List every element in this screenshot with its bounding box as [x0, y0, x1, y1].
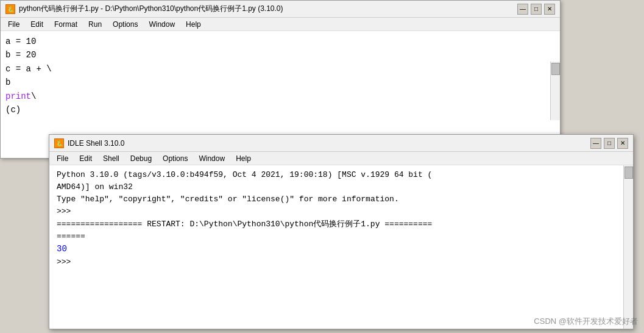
- shell-menu-bar: File Edit Shell Debug Options Window Hel…: [49, 152, 633, 165]
- shell-prompt1-line: >>>: [57, 206, 626, 218]
- shell-title-left: 🐍 IDLE Shell 3.10.0: [54, 138, 124, 148]
- shell-controls: — □ ✕: [590, 138, 628, 149]
- editor-close-button[interactable]: ✕: [544, 4, 555, 15]
- shell-python-info: Python 3.10.0 (tags/v3.10.0:b494f59, Oct…: [57, 169, 626, 181]
- code-line-4: b: [5, 76, 555, 89]
- type-help-text: Type "help", "copyright", "credits" or "…: [57, 193, 399, 206]
- editor-menu-edit[interactable]: Edit: [26, 19, 48, 30]
- code-line-1: a = 10: [5, 35, 555, 48]
- shell-content[interactable]: Python 3.10.0 (tags/v3.10.0:b494f59, Oct…: [49, 165, 633, 329]
- shell-menu-debug[interactable]: Debug: [126, 153, 157, 164]
- editor-title-bar: 🐍 python代码换行例子1.py - D:\Python\Python310…: [1, 1, 560, 18]
- editor-code-area[interactable]: a = 10 b = 20 c = a + \ b print\ (c): [1, 31, 560, 120]
- editor-menu-run[interactable]: Run: [83, 19, 107, 30]
- editor-menu-format[interactable]: Format: [49, 19, 82, 30]
- editor-menu-help[interactable]: Help: [181, 19, 206, 30]
- shell-close-button[interactable]: ✕: [617, 138, 628, 149]
- code-line-2: b = 20: [5, 48, 555, 62]
- editor-maximize-button[interactable]: □: [531, 4, 542, 15]
- shell-title-icon: 🐍: [54, 138, 64, 148]
- editor-menu-options[interactable]: Options: [108, 19, 143, 30]
- shell-menu-file[interactable]: File: [52, 153, 73, 164]
- shell-maximize-button[interactable]: □: [604, 138, 615, 149]
- editor-scrollbar-thumb[interactable]: [551, 63, 560, 75]
- editor-menu-file[interactable]: File: [3, 19, 24, 30]
- shell-type-help-line: Type "help", "copyright", "credits" or "…: [57, 193, 626, 206]
- shell-menu-help[interactable]: Help: [231, 153, 256, 164]
- python-info-text: Python 3.10.0 (tags/v3.10.0:b494f59, Oct…: [57, 169, 432, 181]
- shell-minimize-button[interactable]: —: [590, 138, 601, 149]
- code-keyword-print: print: [5, 91, 31, 101]
- shell-prompt2-line: >>>: [57, 256, 626, 268]
- shell-title-text: IDLE Shell 3.10.0: [68, 139, 124, 148]
- shell-amd64-line: AMD64)] on win32: [57, 181, 626, 193]
- restart-text-1: ================== RESTART: D:\Python\Py…: [57, 218, 432, 231]
- editor-title-left: 🐍 python代码换行例子1.py - D:\Python\Python310…: [5, 4, 283, 14]
- shell-prompt-1: >>>: [57, 206, 76, 218]
- shell-prompt-2: >>>: [57, 256, 76, 268]
- code-line-5: print\: [5, 90, 555, 103]
- shell-menu-window[interactable]: Window: [194, 153, 230, 164]
- shell-result-line: 30: [57, 243, 626, 256]
- shell-menu-shell[interactable]: Shell: [98, 153, 124, 164]
- code-line-6: (c): [5, 103, 555, 116]
- shell-scrollbar-thumb[interactable]: [625, 167, 633, 179]
- editor-scrollbar[interactable]: [550, 62, 560, 120]
- shell-menu-options[interactable]: Options: [158, 153, 193, 164]
- shell-scrollbar[interactable]: [623, 165, 633, 329]
- watermark: CSDN @软件开发技术爱好者: [534, 316, 638, 327]
- editor-title-text: python代码换行例子1.py - D:\Python\Python310\p…: [19, 4, 283, 14]
- editor-menu-window[interactable]: Window: [144, 19, 180, 30]
- shell-restart-line1: ================== RESTART: D:\Python\Py…: [57, 218, 626, 231]
- editor-minimize-button[interactable]: —: [517, 4, 528, 15]
- restart-text-2: ======: [57, 231, 85, 243]
- editor-menu-bar: File Edit Format Run Options Window Help: [1, 18, 560, 31]
- shell-title-bar: 🐍 IDLE Shell 3.10.0 — □ ✕: [49, 135, 633, 152]
- shell-menu-edit[interactable]: Edit: [74, 153, 97, 164]
- code-line-3: c = a + \: [5, 62, 555, 76]
- shell-window: 🐍 IDLE Shell 3.10.0 — □ ✕ File Edit Shel…: [49, 134, 634, 329]
- watermark-text: CSDN @软件开发技术爱好者: [534, 317, 638, 326]
- editor-controls: — □ ✕: [517, 4, 555, 15]
- shell-result-number: 30: [57, 243, 67, 256]
- amd64-text: AMD64)] on win32: [57, 181, 133, 193]
- editor-title-icon: 🐍: [5, 4, 15, 14]
- shell-restart-line2: ======: [57, 231, 626, 243]
